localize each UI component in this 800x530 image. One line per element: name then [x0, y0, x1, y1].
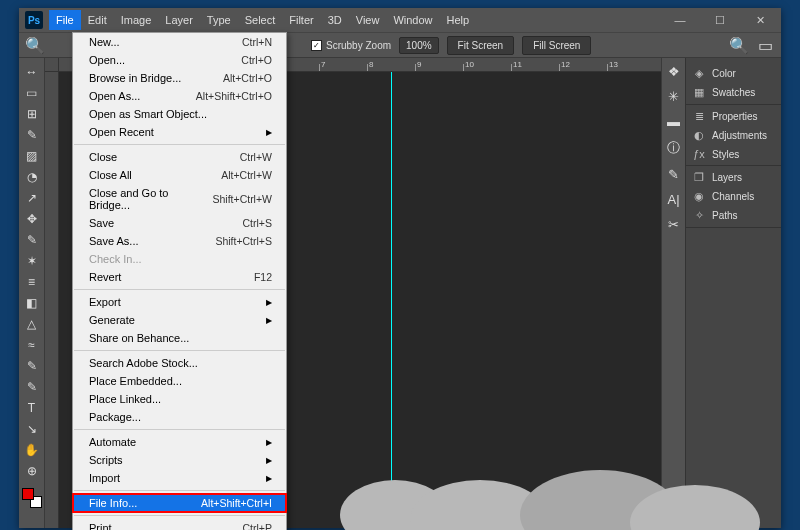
menu-item-generate[interactable]: Generate▶ — [73, 311, 286, 329]
search-icon[interactable]: 🔍 — [729, 35, 749, 55]
menu-item-automate[interactable]: Automate▶ — [73, 433, 286, 451]
menu-image[interactable]: Image — [114, 10, 159, 30]
menu-item-close-and-go-to-bridge[interactable]: Close and Go to Bridge...Shift+Ctrl+W — [73, 184, 286, 214]
strip-icon-4[interactable]: ✎ — [668, 167, 679, 182]
menu-type[interactable]: Type — [200, 10, 238, 30]
vertical-ruler[interactable] — [45, 72, 59, 528]
menu-item-share-on-behance[interactable]: Share on Behance... — [73, 329, 286, 347]
menu-window[interactable]: Window — [386, 10, 439, 30]
menu-item-place-linked[interactable]: Place Linked... — [73, 390, 286, 408]
foreground-color-swatch[interactable] — [22, 488, 34, 500]
tool-1[interactable]: ▭ — [21, 83, 43, 103]
panel-adjustments[interactable]: ◐Adjustments — [686, 126, 781, 145]
menu-item-save[interactable]: SaveCtrl+S — [73, 214, 286, 232]
strip-icon-5[interactable]: A| — [667, 192, 679, 207]
window-controls: ― ☐ ✕ — [665, 11, 775, 30]
menu-item-close-all[interactable]: Close AllAlt+Ctrl+W — [73, 166, 286, 184]
menu-item-revert[interactable]: RevertF12 — [73, 268, 286, 286]
menu-item-label: Close — [89, 151, 117, 163]
panel-layers[interactable]: ❐Layers — [686, 168, 781, 187]
panel-styles[interactable]: ƒxStyles — [686, 145, 781, 163]
menu-item-label: Check In... — [89, 253, 142, 265]
ruler-number: 8 — [369, 60, 373, 69]
menu-layer[interactable]: Layer — [158, 10, 200, 30]
menu-item-browse-in-bridge[interactable]: Browse in Bridge...Alt+Ctrl+O — [73, 69, 286, 87]
minimize-button[interactable]: ― — [665, 11, 695, 30]
strip-icon-1[interactable]: ✳ — [668, 89, 679, 104]
strip-icon-2[interactable]: ▬ — [667, 114, 680, 129]
strip-icon-0[interactable]: ❖ — [668, 64, 680, 79]
menu-file[interactable]: File — [49, 10, 81, 30]
menu-item-package[interactable]: Package... — [73, 408, 286, 426]
tool-15[interactable]: ✎ — [21, 377, 43, 397]
menu-item-shortcut: Ctrl+O — [241, 54, 272, 66]
strip-icon-3[interactable]: ⓘ — [667, 139, 680, 157]
menu-item-import[interactable]: Import▶ — [73, 469, 286, 487]
menu-item-open-as[interactable]: Open As...Alt+Shift+Ctrl+O — [73, 87, 286, 105]
tool-7[interactable]: ✥ — [21, 209, 43, 229]
fit-screen-button[interactable]: Fit Screen — [447, 36, 515, 55]
tool-13[interactable]: ≈ — [21, 335, 43, 355]
panel-swatches[interactable]: ▦Swatches — [686, 83, 781, 102]
zoom-value[interactable]: 100% — [399, 37, 439, 54]
tool-11[interactable]: ◧ — [21, 293, 43, 313]
panel-label: Layers — [712, 172, 742, 183]
menu-edit[interactable]: Edit — [81, 10, 114, 30]
menu-item-label: Generate — [89, 314, 135, 326]
ruler-number: 11 — [513, 60, 522, 69]
menu-item-file-info[interactable]: File Info...Alt+Shift+Ctrl+I — [73, 494, 286, 512]
tool-8[interactable]: ✎ — [21, 230, 43, 250]
menu-item-place-embedded[interactable]: Place Embedded... — [73, 372, 286, 390]
menu-item-label: Scripts — [89, 454, 123, 466]
menu-item-scripts[interactable]: Scripts▶ — [73, 451, 286, 469]
tool-17[interactable]: ↘ — [21, 419, 43, 439]
menu-help[interactable]: Help — [440, 10, 477, 30]
menu-filter[interactable]: Filter — [282, 10, 320, 30]
menu-item-shortcut: Shift+Ctrl+W — [212, 193, 272, 205]
menu-item-close[interactable]: CloseCtrl+W — [73, 148, 286, 166]
menu-select[interactable]: Select — [238, 10, 283, 30]
tool-9[interactable]: ✶ — [21, 251, 43, 271]
menu-item-open-as-smart-object[interactable]: Open as Smart Object... — [73, 105, 286, 123]
menu-item-label: Open As... — [89, 90, 140, 102]
tool-6[interactable]: ↗ — [21, 188, 43, 208]
fill-screen-button[interactable]: Fill Screen — [522, 36, 591, 55]
menu-item-print[interactable]: Print...Ctrl+P — [73, 519, 286, 530]
panel-properties[interactable]: ≣Properties — [686, 107, 781, 126]
menu-item-new[interactable]: New...Ctrl+N — [73, 33, 286, 51]
tool-19[interactable]: ⊕ — [21, 461, 43, 481]
menu-item-export[interactable]: Export▶ — [73, 293, 286, 311]
tool-12[interactable]: △ — [21, 314, 43, 334]
workspace-icon[interactable]: ▭ — [755, 35, 775, 55]
tool-4[interactable]: ▨ — [21, 146, 43, 166]
tool-16[interactable]: T — [21, 398, 43, 418]
tool-2[interactable]: ⊞ — [21, 104, 43, 124]
tool-0[interactable]: ↔ — [21, 62, 43, 82]
tool-3[interactable]: ✎ — [21, 125, 43, 145]
toolbox: ↔▭⊞✎▨◔↗✥✎✶≡◧△≈✎✎T↘✋⊕ — [19, 58, 45, 528]
menu-item-shortcut: Ctrl+W — [240, 151, 272, 163]
menu-separator — [74, 490, 285, 491]
collapsed-panel-strip: ❖✳▬ⓘ✎A|✂ — [661, 58, 685, 528]
tool-5[interactable]: ◔ — [21, 167, 43, 187]
scrubby-zoom-checkbox[interactable]: ✓ Scrubby Zoom — [311, 40, 391, 51]
menu-view[interactable]: View — [349, 10, 387, 30]
vertical-guide[interactable] — [391, 72, 392, 528]
menu-item-save-as[interactable]: Save As...Shift+Ctrl+S — [73, 232, 286, 250]
tool-10[interactable]: ≡ — [21, 272, 43, 292]
menu-item-shortcut: Ctrl+P — [243, 522, 272, 530]
close-button[interactable]: ✕ — [745, 11, 775, 30]
tool-14[interactable]: ✎ — [21, 356, 43, 376]
menu-3d[interactable]: 3D — [321, 10, 349, 30]
tool-18[interactable]: ✋ — [21, 440, 43, 460]
strip-icon-6[interactable]: ✂ — [668, 217, 679, 232]
maximize-button[interactable]: ☐ — [705, 11, 735, 30]
color-swatches[interactable] — [22, 488, 42, 508]
menu-item-open-recent[interactable]: Open Recent▶ — [73, 123, 286, 141]
menu-item-search-adobe-stock[interactable]: Search Adobe Stock... — [73, 354, 286, 372]
panel-channels[interactable]: ◉Channels — [686, 187, 781, 206]
panel-paths[interactable]: ✧Paths — [686, 206, 781, 225]
panel-color[interactable]: ◈Color — [686, 64, 781, 83]
menu-item-open[interactable]: Open...Ctrl+O — [73, 51, 286, 69]
panel-label: Styles — [712, 149, 739, 160]
